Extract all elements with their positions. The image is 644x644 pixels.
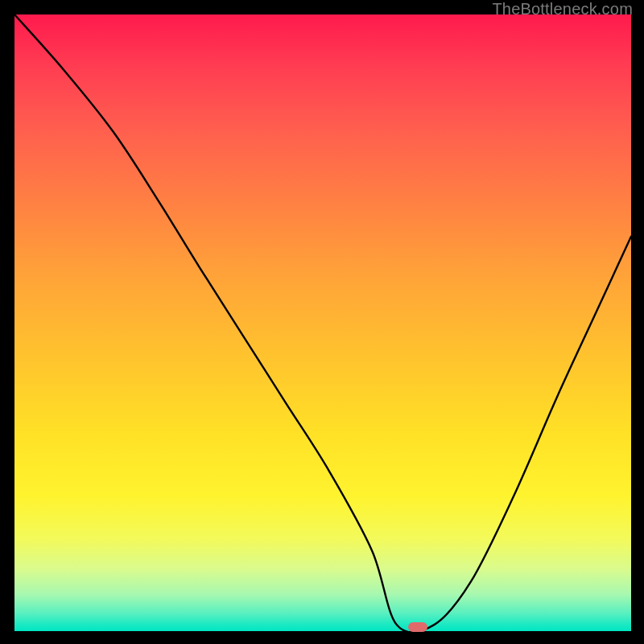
plot-area: [14, 14, 631, 631]
optimal-marker: [408, 622, 427, 632]
chart-container: TheBottleneck.com: [0, 0, 644, 644]
bottleneck-curve: [14, 14, 631, 631]
watermark-text: TheBottleneck.com: [492, 0, 633, 19]
